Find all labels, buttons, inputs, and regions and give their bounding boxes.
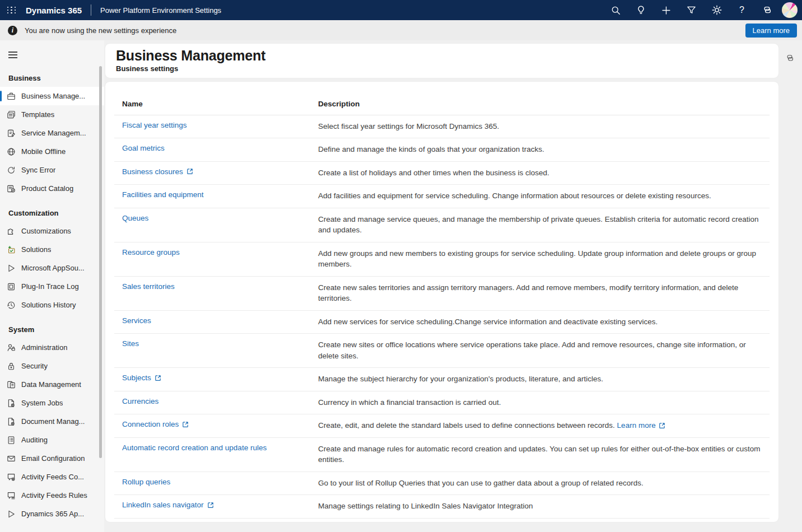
top-bar: Dynamics 365 Power Platform Environment … xyxy=(0,0,802,20)
sidebar-section-title: Business xyxy=(0,63,104,87)
add-icon[interactable] xyxy=(654,0,679,20)
plugin-log-icon xyxy=(7,282,16,291)
play-icon xyxy=(7,264,16,273)
table-row: Connection rolesCreate, edit, and delete… xyxy=(114,414,770,438)
table-header-row: Name Description xyxy=(114,82,770,115)
sidebar-item-templates[interactable]: Templates xyxy=(0,105,104,124)
sidebar-item-dynamics-365-app[interactable]: Dynamics 365 Ap... xyxy=(0,505,104,523)
copilot-icon xyxy=(785,53,795,63)
sidebar-item-mobile-offline[interactable]: Mobile Offline xyxy=(0,142,104,161)
setting-link[interactable]: Facilities and equipment xyxy=(122,190,204,199)
table-row: Resource groupsAdd new groups and new me… xyxy=(114,242,770,277)
sidebar-item-label: Service Managem... xyxy=(21,129,86,137)
settings-gear-icon[interactable] xyxy=(704,0,729,20)
external-link-icon xyxy=(659,422,665,429)
row-name-cell: Sales territories xyxy=(114,282,318,304)
setting-link[interactable]: Automatic record creation and update rul… xyxy=(122,444,267,452)
page-title: Business Management xyxy=(116,48,768,64)
info-icon: i xyxy=(8,26,17,35)
row-name-cell: Facilities and equipment xyxy=(114,190,318,202)
copilot-side-button[interactable] xyxy=(782,50,798,66)
setting-link[interactable]: LinkedIn sales navigator xyxy=(122,501,214,509)
description-learn-more-link[interactable]: Learn more xyxy=(617,420,665,431)
sidebar-item-plug-in-trace-log[interactable]: Plug-In Trace Log xyxy=(0,277,104,296)
setting-link[interactable]: Resource groups xyxy=(122,248,180,256)
row-description-cell: Define and manage the kinds of goals tha… xyxy=(318,144,770,155)
table-row: Automatic record creation and update rul… xyxy=(114,438,770,472)
row-name-cell: Fiscal year settings xyxy=(114,121,318,132)
sidebar-item-business-management[interactable]: Business Manage... xyxy=(0,87,104,105)
app-launcher-grid xyxy=(7,7,17,14)
sidebar-item-label: Activity Feeds Co... xyxy=(21,473,84,481)
setting-link[interactable]: Sites xyxy=(122,339,139,348)
service-management-icon xyxy=(7,129,16,138)
table-row: SubjectsManage the subject hierarchy for… xyxy=(114,368,770,391)
row-name-cell: Currencies xyxy=(114,397,318,408)
product-catalog-icon xyxy=(7,184,16,193)
sidebar-item-solutions-history[interactable]: Solutions History xyxy=(0,296,104,314)
brand-title: Dynamics 365 xyxy=(26,6,82,15)
row-name-cell: Services xyxy=(114,316,318,328)
sidebar-item-label: Dynamics 365 Ap... xyxy=(21,510,84,518)
setting-link[interactable]: Queues xyxy=(122,214,148,222)
sidebar-item-label: Product Catalog xyxy=(21,184,73,193)
setting-link[interactable]: Goal metrics xyxy=(122,144,165,152)
sidebar-item-label: Document Manag... xyxy=(21,417,85,426)
help-icon[interactable]: ? xyxy=(729,0,754,20)
setting-link[interactable]: Subjects xyxy=(122,374,161,382)
sidebar-scrollbar-thumb[interactable] xyxy=(99,66,102,458)
table-body: Fiscal year settingsSelect fiscal year s… xyxy=(114,115,770,519)
table-row: Rollup queriesGo to your list of Rollup … xyxy=(114,472,770,496)
setting-link[interactable]: Sales territories xyxy=(122,282,175,291)
row-description-cell: Add new services for service scheduling.… xyxy=(318,316,770,328)
sidebar-item-administration[interactable]: Administration xyxy=(0,338,104,357)
sidebar-item-solutions[interactable]: Solutions xyxy=(0,240,104,259)
filter-icon[interactable] xyxy=(679,0,704,20)
sidebar-item-product-catalog[interactable]: Product Catalog xyxy=(0,179,104,198)
external-link-icon xyxy=(155,375,161,381)
sidebar-item-activity-feeds-config[interactable]: Activity Feeds Co... xyxy=(0,468,104,486)
hamburger-menu-icon[interactable] xyxy=(6,47,24,63)
puzzle-icon xyxy=(7,227,16,236)
sidebar-item-data-management[interactable]: Data Management xyxy=(0,375,104,394)
setting-link[interactable]: Rollup queries xyxy=(122,478,170,486)
info-banner: i You are now using the new settings exp… xyxy=(0,20,802,40)
learn-more-button[interactable]: Learn more xyxy=(745,24,797,38)
sidebar-item-microsoft-appsource[interactable]: Microsoft AppSou... xyxy=(0,259,104,277)
table-row: CurrenciesCurrency in which a financial … xyxy=(114,391,770,415)
table-row: Fiscal year settingsSelect fiscal year s… xyxy=(114,115,770,139)
sidebar-item-label: Email Configuration xyxy=(21,454,85,463)
sidebar-item-label: Business Manage... xyxy=(21,92,85,100)
sidebar-item-security[interactable]: Security xyxy=(0,357,104,375)
banner-text: You are now using the new settings exper… xyxy=(25,26,745,35)
setting-link[interactable]: Connection roles xyxy=(122,420,189,428)
row-description-cell: Create new sites or office locations whe… xyxy=(318,339,770,361)
setting-link[interactable]: Currencies xyxy=(122,397,158,405)
sidebar-item-customizations[interactable]: Customizations xyxy=(0,222,104,240)
table-row: Goal metricsDefine and manage the kinds … xyxy=(114,138,770,162)
sidebar-item-label: Activity Feeds Rules xyxy=(21,491,87,500)
row-name-cell: Queues xyxy=(114,214,318,236)
document-gear-icon xyxy=(7,399,16,408)
settings-table-card: Name Description Fiscal year settingsSel… xyxy=(105,82,778,522)
sidebar-item-activity-feeds-rules[interactable]: Activity Feeds Rules xyxy=(0,486,104,505)
column-header-description: Description xyxy=(318,100,770,108)
copilot-icon[interactable] xyxy=(754,0,780,20)
sidebar-item-email-configuration[interactable]: Email Configuration xyxy=(0,449,104,468)
envelope-icon xyxy=(7,454,16,463)
row-description-cell: Go to your list of Rollup Queries that y… xyxy=(318,478,770,489)
sidebar-item-service-management[interactable]: Service Managem... xyxy=(0,124,104,142)
setting-link[interactable]: Services xyxy=(122,316,151,325)
setting-link[interactable]: Business closures xyxy=(122,167,193,176)
sidebar-item-document-management[interactable]: Document Manag... xyxy=(0,412,104,431)
search-icon[interactable] xyxy=(603,0,628,20)
setting-link[interactable]: Fiscal year settings xyxy=(122,121,187,129)
history-icon xyxy=(7,301,16,310)
sidebar-item-system-jobs[interactable]: System Jobs xyxy=(0,394,104,412)
avatar[interactable] xyxy=(782,2,798,18)
waffle-icon[interactable] xyxy=(0,0,24,20)
sidebar-item-label: Security xyxy=(21,362,48,370)
sidebar-item-auditing[interactable]: Auditing xyxy=(0,431,104,449)
sidebar-item-sync-error[interactable]: Sync Error xyxy=(0,161,104,179)
lightbulb-icon[interactable] xyxy=(628,0,654,20)
